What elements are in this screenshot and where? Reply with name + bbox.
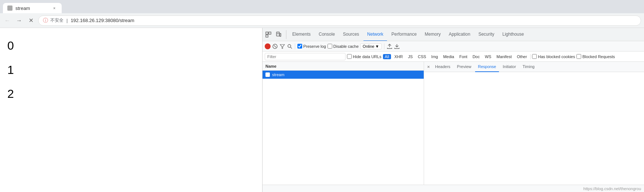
filter-xhr[interactable]: XHR xyxy=(392,54,405,59)
blocked-requests-input[interactable] xyxy=(576,54,581,59)
status-url: https://blog.csdn.net/thenongrou xyxy=(583,186,641,191)
inspect-element-button[interactable] xyxy=(264,30,273,39)
svg-rect-1 xyxy=(266,35,268,37)
disable-cache-input[interactable] xyxy=(328,44,332,49)
filter-js[interactable]: JS xyxy=(406,54,415,59)
request-item[interactable]: stream xyxy=(263,71,424,79)
tab-performance[interactable]: Performance xyxy=(388,28,420,41)
filter-media[interactable]: Media xyxy=(441,54,456,59)
svg-line-7 xyxy=(274,45,276,47)
request-list: Name stream xyxy=(263,62,424,185)
insecure-label: 不安全 xyxy=(50,17,64,24)
tab-security[interactable]: Security xyxy=(475,28,498,41)
network-toolbar: Preserve log Disable cache Online ▼ xyxy=(263,41,644,51)
devtools-tabs: Elements Console Sources Network Perform… xyxy=(263,28,644,41)
status-bar: https://blog.csdn.net/thenongrou xyxy=(263,185,644,192)
tab-favicon xyxy=(7,6,12,11)
request-item-icon xyxy=(265,72,270,77)
number-0: 0 xyxy=(7,35,255,57)
record-button[interactable] xyxy=(265,43,271,49)
filter-font[interactable]: Font xyxy=(457,54,469,59)
svg-rect-0 xyxy=(266,32,268,34)
resp-tab-headers[interactable]: Headers xyxy=(432,62,453,72)
disable-cache-checkbox[interactable]: Disable cache xyxy=(328,44,359,49)
resp-tab-response[interactable]: Response xyxy=(475,62,499,72)
tab-memory[interactable]: Memory xyxy=(421,28,444,41)
back-button[interactable]: ← xyxy=(3,16,12,25)
request-item-name: stream xyxy=(272,72,285,77)
filter-button[interactable] xyxy=(279,43,285,49)
filter-doc[interactable]: Doc xyxy=(471,54,482,59)
reload-button[interactable]: ✕ xyxy=(26,16,35,25)
request-items: stream xyxy=(263,71,424,185)
svg-rect-2 xyxy=(269,32,271,34)
svg-line-10 xyxy=(290,47,292,49)
svg-rect-4 xyxy=(277,33,279,34)
clear-button[interactable] xyxy=(272,43,278,49)
resp-tab-initiator[interactable]: Initiator xyxy=(500,62,519,72)
filter-other[interactable]: Other xyxy=(515,54,529,59)
has-blocked-cookies-checkbox[interactable]: Has blocked cookies xyxy=(532,54,575,59)
separator2 xyxy=(384,43,384,49)
page-content: 0 1 2 xyxy=(0,28,262,192)
forward-button[interactable]: → xyxy=(15,16,23,25)
preserve-log-checkbox[interactable]: Preserve log xyxy=(297,44,326,49)
tab-lighthouse[interactable]: Lighthouse xyxy=(499,28,528,41)
import-button[interactable] xyxy=(387,43,392,49)
filter-input[interactable] xyxy=(265,53,345,60)
search-button[interactable] xyxy=(287,43,293,49)
network-throttle-dropdown[interactable]: Online ▼ xyxy=(360,43,382,49)
devtools-panel: Elements Console Sources Network Perform… xyxy=(262,28,644,192)
separator xyxy=(295,43,295,49)
chevron-down-icon: ▼ xyxy=(375,44,379,49)
tab-sources[interactable]: Sources xyxy=(339,28,363,41)
filter-separator xyxy=(530,54,531,59)
tab-title: stream xyxy=(15,6,30,11)
tab-network[interactable]: Network xyxy=(363,28,387,41)
filter-bar: Hide data URLs All XHR JS CSS Img Media … xyxy=(263,51,644,62)
hide-data-urls-input[interactable] xyxy=(347,54,352,59)
network-body: Name stream × Headers xyxy=(263,62,644,185)
filter-css[interactable]: CSS xyxy=(416,54,428,59)
filter-all[interactable]: All xyxy=(383,54,391,59)
filter-manifest[interactable]: Manifest xyxy=(495,54,514,59)
svg-marker-8 xyxy=(280,45,285,49)
filter-img[interactable]: Img xyxy=(430,54,440,59)
main-area: 0 1 2 Elements xyxy=(0,28,644,192)
filter-ws[interactable]: WS xyxy=(483,54,493,59)
number-1: 1 xyxy=(7,60,255,81)
svg-point-9 xyxy=(288,45,291,47)
url-text: 192.168.26.129:38080/stream xyxy=(70,18,134,23)
svg-rect-5 xyxy=(280,33,281,36)
response-panel: × Headers Preview Response Initiator xyxy=(424,62,644,185)
close-response-button[interactable]: × xyxy=(426,64,431,70)
page-numbers: 0 1 2 xyxy=(7,35,255,105)
export-button[interactable] xyxy=(394,43,400,49)
address-input[interactable]: ⓘ 不安全 | 192.168.26.129:38080/stream xyxy=(38,15,641,26)
tab-elements[interactable]: Elements xyxy=(289,28,314,41)
resp-tab-timing[interactable]: Timing xyxy=(520,62,538,72)
address-bar: ← → ✕ ⓘ 不安全 | 192.168.26.129:38080/strea… xyxy=(0,13,644,28)
preserve-log-input[interactable] xyxy=(297,44,302,49)
number-2: 2 xyxy=(7,83,255,105)
hide-data-urls-checkbox[interactable]: Hide data URLs xyxy=(347,54,381,59)
resp-tab-preview[interactable]: Preview xyxy=(454,62,474,72)
response-tabs: × Headers Preview Response Initiator xyxy=(424,62,644,72)
browser-tab[interactable]: stream × xyxy=(3,3,62,13)
tab-console[interactable]: Console xyxy=(315,28,339,41)
tab-bar: stream × xyxy=(0,0,644,13)
url-separator: | xyxy=(66,18,68,23)
has-blocked-cookies-input[interactable] xyxy=(532,54,537,59)
insecure-icon: ⓘ xyxy=(43,17,48,24)
tab-close-button[interactable]: × xyxy=(51,5,57,11)
tab-application[interactable]: Application xyxy=(445,28,474,41)
device-toggle-button[interactable] xyxy=(274,30,283,39)
blocked-requests-checkbox[interactable]: Blocked Requests xyxy=(576,54,615,59)
response-content xyxy=(424,72,644,185)
devtools-icons xyxy=(264,30,286,39)
request-list-header: Name xyxy=(263,62,424,71)
